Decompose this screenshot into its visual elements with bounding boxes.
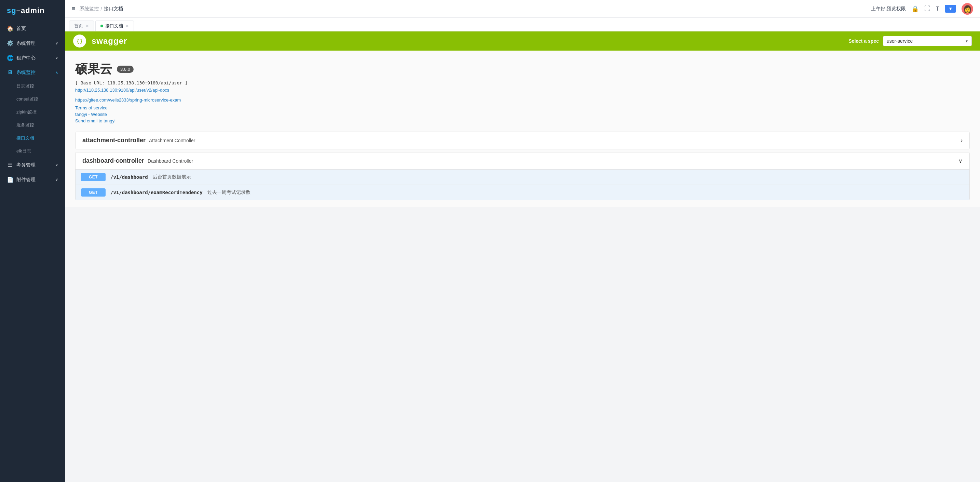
- gear-icon: ⚙️: [7, 40, 13, 46]
- breadcrumb: 系统监控 / 接口文档: [80, 6, 123, 12]
- sidebar-item-service-monitor[interactable]: 服务监控: [0, 119, 65, 132]
- active-dot: [100, 25, 103, 27]
- main-area: ≡ 系统监控 / 接口文档 上午好,预览权限 🔒 ⛶ T ▼ 👩 首页 ✕ 接口…: [65, 0, 980, 482]
- tab-label: 首页: [74, 23, 83, 29]
- close-icon[interactable]: ✕: [126, 24, 129, 29]
- list-icon: ☰: [7, 162, 13, 168]
- sidebar-sub-label: 接口文档: [16, 136, 34, 140]
- home-icon: 🏠: [7, 25, 13, 32]
- endpoint-row-dashboard[interactable]: GET /v1/dashboard 后台首页数据展示: [75, 169, 969, 185]
- topbar-greeting: 上午好,预览权限: [871, 6, 906, 12]
- sidebar-item-zipkin-monitor[interactable]: zipkin监控: [0, 105, 65, 119]
- expand-icon: ›: [961, 137, 963, 144]
- swagger-header: { } swagger Select a spec user-serviceex…: [65, 32, 980, 51]
- content-area: { } swagger Select a spec user-serviceex…: [65, 32, 980, 482]
- chevron-icon: ∨: [56, 56, 58, 60]
- endpoint-path: /v1/dashboard/examRecordTendency: [110, 190, 203, 195]
- method-badge-get: GET: [81, 188, 106, 196]
- swagger-spec-label: Select a spec: [848, 38, 879, 44]
- api-version-badge: 3.6.0: [117, 65, 134, 73]
- gitee-link[interactable]: https://gitee.com/wells2333/spring-micro…: [75, 97, 970, 102]
- sidebar-item-api-docs[interactable]: 接口文档: [0, 132, 65, 145]
- sidebar-item-label: 首页: [16, 26, 26, 32]
- swagger-body: 硕果云 3.6.0 [ Base URL: 118.25.138.130:918…: [65, 51, 980, 207]
- api-title: 硕果云: [75, 61, 112, 78]
- breadcrumb-parent: 系统监控: [80, 6, 99, 12]
- topbar-dropdown-button[interactable]: ▼: [945, 5, 956, 13]
- sidebar-item-label: 租户中心: [16, 55, 35, 61]
- globe-icon: 🌐: [7, 55, 13, 61]
- api-base-url: [ Base URL: 118.25.138.130:9180/api/user…: [75, 80, 970, 85]
- swagger-spec-area: Select a spec user-serviceexam-serviceat…: [848, 36, 972, 46]
- sidebar-item-label: 系统管理: [16, 40, 35, 46]
- topbar-right: 上午好,预览权限 🔒 ⛶ T ▼ 👩: [871, 3, 973, 15]
- tabs-bar: 首页 ✕ 接口文档 ✕: [65, 18, 980, 32]
- monitor-icon: 🖥: [7, 69, 13, 75]
- lock-icon[interactable]: 🔒: [911, 5, 919, 13]
- chevron-up-icon: ∧: [56, 70, 58, 75]
- tab-home[interactable]: 首页 ✕: [69, 21, 94, 31]
- expand-icon[interactable]: ⛶: [924, 5, 931, 12]
- endpoint-summary: 过去一周考试记录数: [207, 189, 250, 196]
- api-title-row: 硕果云 3.6.0: [75, 61, 970, 78]
- swagger-logo-text: { }: [77, 38, 82, 44]
- controller-dashboard-header[interactable]: dashboard-controller Dashboard Controlle…: [75, 152, 969, 169]
- contact-email-link[interactable]: Send email to tangyi: [75, 118, 970, 123]
- dropdown-arrow-icon: ▼: [948, 6, 953, 11]
- swagger-select-wrapper: user-serviceexam-serviceattachment-servi…: [883, 36, 972, 46]
- controller-name: attachment-controller: [82, 137, 146, 144]
- controller-desc: Dashboard Controller: [148, 158, 193, 164]
- sidebar-item-sys-mgmt[interactable]: ⚙️ 系统管理 ∨: [0, 36, 65, 51]
- sidebar: sg–admin 🏠 首页 ⚙️ 系统管理 ∨ 🌐 租户中心 ∨ 🖥 系统监控 …: [0, 0, 65, 482]
- tab-api-docs[interactable]: 接口文档 ✕: [95, 21, 134, 31]
- controller-attachment: attachment-controller Attachment Control…: [75, 132, 970, 149]
- sidebar-item-home[interactable]: 🏠 首页: [0, 21, 65, 36]
- topbar: ≡ 系统监控 / 接口文档 上午好,预览权限 🔒 ⛶ T ▼ 👩: [65, 0, 980, 18]
- close-icon[interactable]: ✕: [86, 24, 89, 29]
- sidebar-item-label: 系统监控: [16, 69, 35, 75]
- swagger-spec-select[interactable]: user-serviceexam-serviceattachment-servi…: [883, 36, 972, 46]
- sidebar-sub-label: 服务监控: [16, 122, 34, 128]
- method-badge-get: GET: [81, 173, 106, 181]
- endpoint-row-dashboard-tendency[interactable]: GET /v1/dashboard/examRecordTendency 过去一…: [75, 185, 969, 200]
- endpoint-path: /v1/dashboard: [110, 174, 148, 180]
- controller-dashboard: dashboard-controller Dashboard Controlle…: [75, 152, 970, 200]
- sidebar-sub-label: zipkin监控: [16, 109, 37, 115]
- endpoint-summary: 后台首页数据展示: [153, 174, 191, 180]
- chevron-icon: ∨: [56, 41, 58, 45]
- sidebar-sub-label: 日志监控: [16, 83, 34, 89]
- controller-name: dashboard-controller: [82, 157, 144, 164]
- breadcrumb-separator: /: [101, 6, 102, 12]
- controller-desc: Attachment Controller: [149, 138, 195, 143]
- menu-toggle-icon[interactable]: ≡: [72, 5, 75, 12]
- sidebar-logo: sg–admin: [0, 0, 65, 21]
- swagger-title: swagger: [92, 36, 127, 46]
- sidebar-item-consul-monitor[interactable]: consul监控: [0, 93, 65, 105]
- sidebar-sub-label: consul监控: [16, 96, 38, 102]
- tab-label: 接口文档: [105, 23, 123, 29]
- sidebar-item-sys-monitor[interactable]: 🖥 系统监控 ∧: [0, 65, 65, 80]
- font-size-icon[interactable]: T: [936, 6, 939, 12]
- sidebar-item-label: 附件管理: [16, 177, 35, 183]
- sidebar-sub-label: elk日志: [16, 148, 31, 153]
- terms-of-service-link[interactable]: Terms of service: [75, 105, 970, 110]
- chevron-icon: ∨: [56, 177, 58, 182]
- swagger-logo: { }: [73, 35, 86, 48]
- collapse-icon: ∨: [958, 158, 963, 164]
- sidebar-item-elk-log[interactable]: elk日志: [0, 145, 65, 158]
- chevron-icon: ∨: [56, 163, 58, 167]
- breadcrumb-current: 接口文档: [104, 6, 123, 12]
- sidebar-item-exam-mgmt[interactable]: ☰ 考务管理 ∨: [0, 158, 65, 172]
- sidebar-item-log-monitor[interactable]: 日志监控: [0, 80, 65, 93]
- api-docs-link[interactable]: http://118.25.138.130:9180/api/user/v2/a…: [75, 88, 970, 93]
- contact-website-link[interactable]: tangyi - Website: [75, 112, 970, 117]
- avatar[interactable]: 👩: [961, 3, 973, 15]
- sidebar-item-label: 考务管理: [16, 162, 35, 168]
- sidebar-item-attachment-mgmt[interactable]: 📄 附件管理 ∨: [0, 172, 65, 187]
- doc-icon: 📄: [7, 176, 13, 183]
- sidebar-item-tenant[interactable]: 🌐 租户中心 ∨: [0, 51, 65, 65]
- controller-attachment-header[interactable]: attachment-controller Attachment Control…: [75, 132, 969, 149]
